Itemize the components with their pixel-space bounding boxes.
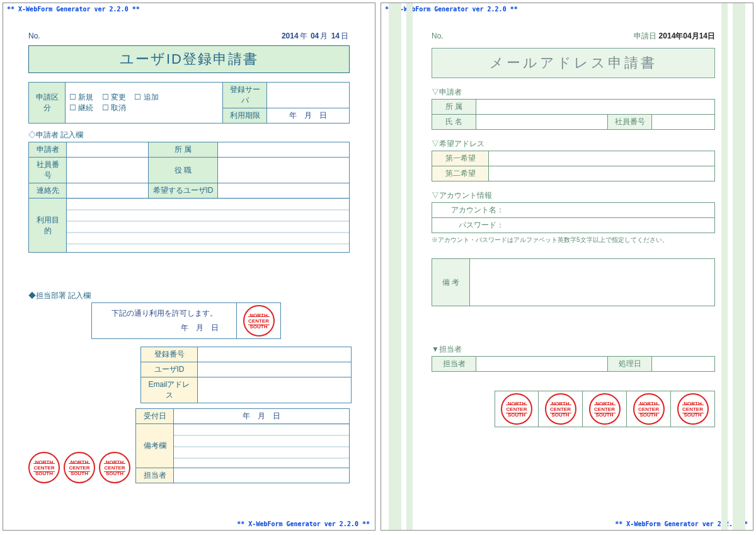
assignee-value[interactable] (174, 468, 350, 483)
purpose-label: 利用目的 (29, 198, 67, 253)
affil-value-2[interactable] (476, 100, 715, 115)
password-value[interactable] (508, 218, 715, 233)
wanted-id-value[interactable] (218, 183, 350, 198)
server-value[interactable] (267, 83, 350, 108)
name-value[interactable] (476, 115, 608, 130)
reg-table: 登録番号 ユーザID Emailアドレス (140, 347, 352, 403)
wish-cap: ▽希望アドレス (432, 139, 715, 149)
stamp2-5: NORTHCENTERSOUTH (677, 393, 709, 425)
chk-add[interactable]: ☐ 追加 (134, 92, 158, 103)
recvdate-value[interactable]: 年 月 日 (174, 409, 350, 424)
regno-label: 登録番号 (141, 347, 198, 362)
type-label: 申請区分 (29, 83, 66, 124)
affil-label-2: 所 属 (432, 100, 476, 115)
affil-value[interactable] (218, 142, 350, 158)
email-value[interactable] (198, 377, 352, 403)
remarks-value[interactable] (174, 424, 350, 468)
empno-value[interactable] (67, 158, 149, 183)
chk-change[interactable]: ☐ 変更 (102, 92, 126, 103)
applicant-cap-2: ▽申請者 (432, 87, 715, 98)
applicant-table-2: 所 属 氏 名 社員番号 (432, 99, 715, 130)
form2-title: メールアドレス申請書 (432, 48, 715, 78)
wish1-value[interactable] (489, 151, 715, 166)
contact-value[interactable] (67, 183, 149, 198)
stamp2-1: NORTHCENTERSOUTH (501, 393, 532, 425)
userid-label: ユーザID (141, 362, 198, 377)
wish2-label: 第二希望 (432, 166, 489, 181)
stamp-row: NORTHCENTERSOUTH NORTHCENTERSOUTH NORTHC… (28, 452, 130, 483)
wanted-id-label: 希望するユーザID (149, 183, 218, 198)
purpose-value[interactable] (67, 198, 350, 253)
stamp-2: NORTHCENTERSOUTH (64, 452, 95, 483)
form-date: 2014年 04月 14日 (282, 31, 350, 42)
acct-note: ※アカウント・パスワードはアルファベット英数字5文字以上で指定してください。 (432, 236, 715, 244)
stamp-3: NORTHCENTERSOUTH (99, 452, 130, 483)
app-date: 申請日 2014年04月14日 (634, 31, 715, 42)
recvdate-label: 受付日 (136, 409, 174, 424)
remarks-table-2: 備 考 (432, 258, 715, 306)
approval-text: 下記の通り利用を許可します。 (97, 308, 231, 319)
acct-table: アカウント名： パスワード： (432, 202, 715, 233)
app-footer-2: ** X-WebForm Generator ver 2.2.0 ** (615, 521, 748, 527)
stamp2-2: NORTHCENTERSOUTH (545, 393, 576, 425)
staff-value[interactable] (476, 357, 608, 372)
receipt-table: 受付日 年 月 日 備考欄 担当者 (135, 408, 350, 483)
name-label: 氏 名 (432, 115, 476, 130)
wish1-label: 第一希望 (432, 151, 489, 166)
empno-label: 社員番号 (29, 158, 67, 183)
acctname-label: アカウント名： (432, 203, 508, 218)
applicant-section-caption: ◇申請者 記入欄 (28, 130, 350, 141)
form-title: ユーザID登録申請書 (28, 45, 350, 73)
stamp2-3: NORTHCENTERSOUTH (589, 393, 621, 425)
empno-label-2: 社員番号 (608, 115, 652, 130)
chk-continue[interactable]: ☐ 継続 (69, 103, 93, 113)
form-page-1: ** X-WebForm Generator ver 2.2.0 ** ** X… (3, 3, 375, 531)
applicant-value[interactable] (67, 142, 149, 158)
staff-label: 担当者 (432, 357, 476, 372)
procdate-label: 処理日 (608, 357, 652, 372)
procdate-value[interactable] (652, 357, 715, 372)
email-label: Emailアドレス (141, 377, 198, 403)
app-footer: ** X-WebForm Generator ver 2.2.0 ** (237, 521, 370, 527)
acct-cap: ▽アカウント情報 (432, 190, 715, 201)
approval-box: 下記の通り利用を許可します。 年 月 日 NORTHCENTERSOUTH (91, 302, 281, 339)
userid-value[interactable] (198, 362, 352, 377)
remarks-label: 備考欄 (136, 424, 174, 468)
dept-section-caption: ◆担当部署 記入欄 (28, 291, 350, 301)
type-table: 申請区分 ☐ 新規 ☐ 変更 ☐ 追加 ☐ 継続 ☐ 取消 登録サーバ 利用期限… (28, 82, 350, 124)
form-page-2: ** X-WebForm Generator ver 2.2.0 ** ** X… (381, 3, 753, 531)
role-label: 役 職 (149, 158, 218, 183)
period-value[interactable]: 年 月 日 (267, 108, 350, 124)
applicant-table: 申請者 所 属 社員番号 役 職 連絡先 希望するユーザID 利用目的 (28, 142, 350, 253)
password-label: パスワード： (432, 218, 508, 233)
chk-cancel[interactable]: ☐ 取消 (102, 103, 126, 113)
wish2-value[interactable] (489, 166, 715, 181)
assignee-label: 担当者 (136, 468, 174, 483)
regno-value[interactable] (198, 347, 352, 362)
staff-cap: ▼担当者 (432, 344, 715, 355)
remarks-label-2: 備 考 (432, 259, 470, 306)
remarks-value-2[interactable] (470, 259, 715, 306)
stamp-1: NORTHCENTERSOUTH (28, 452, 60, 483)
approval-date[interactable]: 年 月 日 (97, 323, 231, 333)
app-header: ** X-WebForm Generator ver 2.2.0 ** (7, 6, 140, 13)
approval-stamp: NORTHCENTERSOUTH (243, 305, 275, 337)
staff-table: 担当者 処理日 (432, 356, 715, 372)
stamp-box-2: NORTHCENTERSOUTH NORTHCENTERSOUTH NORTHC… (495, 391, 715, 427)
contact-label: 連絡先 (29, 183, 67, 198)
acctname-value[interactable] (508, 203, 715, 218)
chk-new[interactable]: ☐ 新規 (69, 92, 93, 103)
wish-table: 第一希望 第二希望 (432, 151, 715, 181)
empno-value-2[interactable] (652, 115, 715, 130)
applicant-label: 申請者 (29, 142, 67, 158)
role-value[interactable] (218, 158, 350, 183)
no-label: No. (28, 32, 40, 40)
period-label: 利用期限 (223, 108, 267, 124)
stamp2-4: NORTHCENTERSOUTH (633, 393, 665, 425)
server-label: 登録サーバ (223, 83, 267, 108)
affil-label: 所 属 (149, 142, 218, 158)
no-label-2: No. (432, 32, 444, 40)
